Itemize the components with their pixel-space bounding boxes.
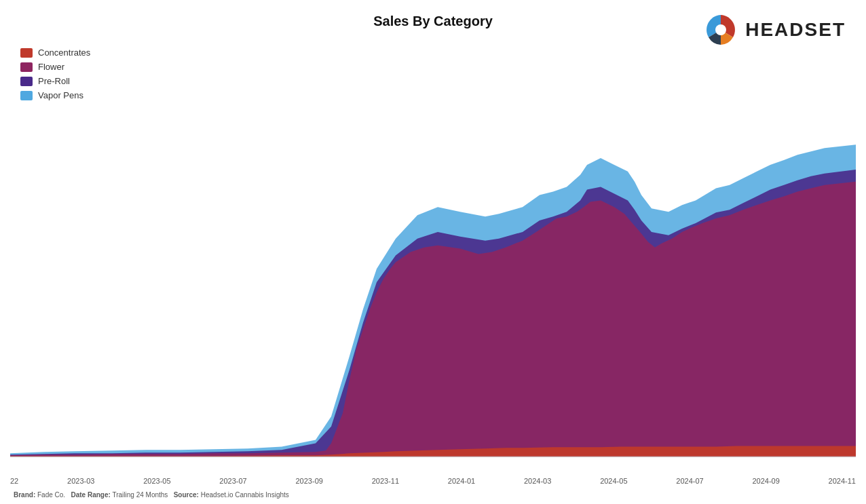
x-label-3: 2023-07 bbox=[219, 477, 246, 485]
daterange-value: Trailing 24 Months bbox=[112, 491, 168, 499]
source-label: Source: bbox=[174, 491, 199, 499]
footer-info: Brand: Fade Co. Date Range: Trailing 24 … bbox=[14, 490, 289, 500]
x-label-1: 2023-03 bbox=[67, 477, 94, 485]
x-label-7: 2024-03 bbox=[524, 477, 551, 485]
x-label-11: 2024-11 bbox=[829, 477, 856, 485]
x-label-6: 2024-01 bbox=[448, 477, 475, 485]
source-value: Headset.io Cannabis Insights bbox=[201, 491, 289, 499]
brand-label: Brand: bbox=[14, 491, 35, 499]
chart-title: Sales By Category bbox=[0, 14, 866, 29]
page-container: HEADSET Sales By Category Concentrates F… bbox=[0, 0, 866, 504]
x-label-8: 2024-05 bbox=[600, 477, 627, 485]
x-label-10: 2024-09 bbox=[752, 477, 779, 485]
chart-area bbox=[10, 41, 856, 470]
x-axis-labels: 22 2023-03 2023-05 2023-07 2023-09 2023-… bbox=[10, 477, 856, 485]
brand-value: Fade Co. bbox=[37, 491, 65, 499]
x-label-2: 2023-05 bbox=[143, 477, 170, 485]
x-label-0: 22 bbox=[10, 477, 18, 485]
daterange-label: Date Range: bbox=[71, 491, 111, 499]
x-label-4: 2023-09 bbox=[296, 477, 323, 485]
chart-svg bbox=[10, 41, 856, 470]
x-label-5: 2023-11 bbox=[372, 477, 399, 485]
x-label-9: 2024-07 bbox=[676, 477, 703, 485]
